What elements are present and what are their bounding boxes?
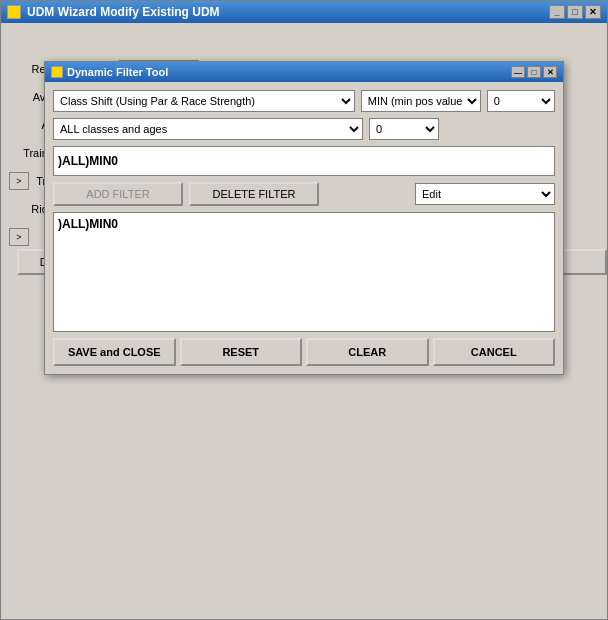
outer-title: UDM Wizard Modify Existing UDM [27,5,543,19]
filter-type-dropdown[interactable]: Class Shift (Using Par & Race Strength) [53,90,355,112]
class-age-dropdown[interactable]: ALL classes and ages [53,118,363,140]
outer-minimize-btn[interactable]: _ [549,5,565,19]
filter-type-row: Class Shift (Using Par & Race Strength) … [53,90,555,112]
modal-titlebar-buttons: — □ ✕ [511,66,557,78]
min-value2-dropdown[interactable]: 0 [369,118,439,140]
outer-content: RestrictTrackList Avoid Track Test Avoid… [1,23,607,619]
delete-filter-btn[interactable]: DELETE FILTER [189,182,319,206]
filter-expression-text: )ALL)MIN0 [58,154,118,168]
modal-minimize-btn[interactable]: — [511,66,525,78]
add-filter-btn[interactable]: ADD FILTER [53,182,183,206]
save-close-btn[interactable]: SAVE and CLOSE [53,338,176,366]
action-btn-row: SAVE and CLOSE RESET CLEAR CANCEL [53,338,555,366]
filter-text-area: )ALL)MIN0 [53,212,555,332]
cancel-btn[interactable]: CANCEL [433,338,556,366]
outer-titlebar: UDM Wizard Modify Existing UDM _ □ ✕ [1,1,607,23]
outer-close-btn[interactable]: ✕ [585,5,601,19]
modal-close-btn[interactable]: ✕ [543,66,557,78]
modal-title: Dynamic Filter Tool [67,66,507,78]
outer-app-icon [7,5,21,19]
min-type-dropdown[interactable]: MIN (min pos value) [361,90,481,112]
outer-titlebar-buttons: _ □ ✕ [549,5,601,19]
modal-app-icon [51,66,63,78]
modal-window: Dynamic Filter Tool — □ ✕ Class Shift (U… [44,61,564,375]
modal-maximize-btn[interactable]: □ [527,66,541,78]
modal-body: Class Shift (Using Par & Race Strength) … [45,82,563,374]
modal-overlay: Dynamic Filter Tool — □ ✕ Class Shift (U… [1,45,607,619]
clear-btn[interactable]: CLEAR [306,338,429,366]
outer-window: UDM Wizard Modify Existing UDM _ □ ✕ Res… [0,0,608,620]
filter-expression-display: )ALL)MIN0 [53,146,555,176]
filter-text-content: )ALL)MIN0 [58,217,118,231]
modal-titlebar: Dynamic Filter Tool — □ ✕ [45,62,563,82]
outer-maximize-btn[interactable]: □ [567,5,583,19]
edit-dropdown[interactable]: Edit [415,183,555,205]
min-value-dropdown[interactable]: 0 [487,90,555,112]
reset-btn[interactable]: RESET [180,338,303,366]
class-age-row: ALL classes and ages 0 [53,118,555,140]
filter-btn-row: ADD FILTER DELETE FILTER Edit [53,182,555,206]
